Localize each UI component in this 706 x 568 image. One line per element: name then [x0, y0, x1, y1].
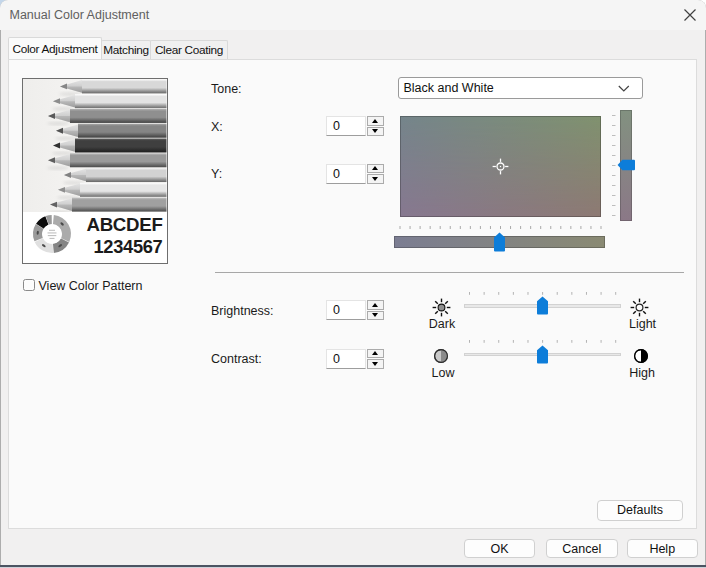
svg-text:1234567: 1234567	[93, 236, 162, 257]
svg-text:ABCDEF: ABCDEF	[86, 214, 162, 235]
